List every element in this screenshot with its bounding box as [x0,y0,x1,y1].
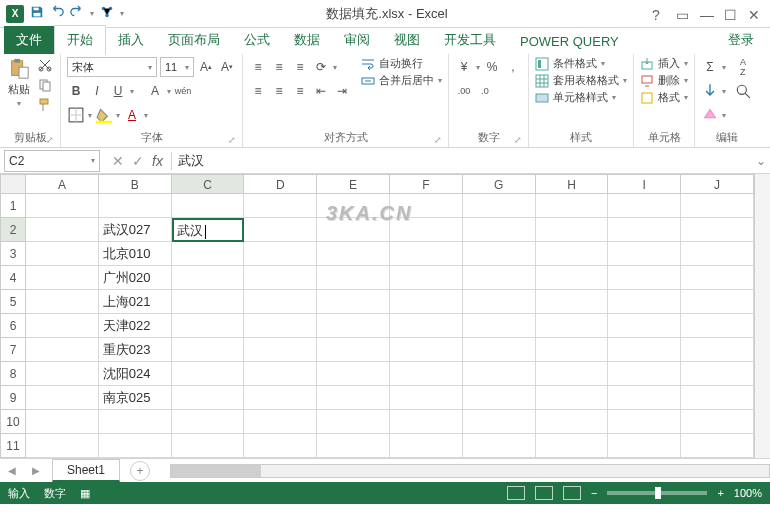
cell-B11[interactable] [99,434,172,458]
cell-F5[interactable] [390,290,463,314]
zoom-out-icon[interactable]: − [591,487,597,499]
cell-C4[interactable] [172,266,245,290]
tab-home[interactable]: 开始 [54,25,106,55]
cell-F2[interactable] [390,218,463,242]
cell-I3[interactable] [608,242,681,266]
delete-cells-button[interactable]: 删除▾ [640,73,688,88]
merge-center-button[interactable]: 合并后居中▾ [361,73,442,88]
cell-A8[interactable] [26,362,99,386]
cell-J7[interactable] [681,338,754,362]
format-painter-icon[interactable] [36,96,54,114]
percent-icon[interactable]: % [483,58,501,76]
cell-B8[interactable]: 沈阳024 [99,362,172,386]
cell-H10[interactable] [536,410,609,434]
tab-formulas[interactable]: 公式 [232,26,282,54]
sheet-nav-prev-icon[interactable]: ◀ [0,465,24,476]
cell-I1[interactable] [608,194,681,218]
cell-D3[interactable] [244,242,317,266]
row-header[interactable]: 8 [0,362,26,386]
fill-color-icon[interactable] [95,106,113,124]
sheet-nav-next-icon[interactable]: ▶ [24,465,48,476]
font-name-combo[interactable]: 宋体▾ [67,57,157,77]
page-break-view-icon[interactable] [563,486,581,500]
cell-G9[interactable] [463,386,536,410]
row-header[interactable]: 2 [0,218,26,242]
redo-icon[interactable] [70,5,84,22]
maximize-icon[interactable]: ☐ [724,7,738,21]
cell-I9[interactable] [608,386,681,410]
cell-G7[interactable] [463,338,536,362]
cell-A6[interactable] [26,314,99,338]
cell-J5[interactable] [681,290,754,314]
zoom-level[interactable]: 100% [734,487,762,499]
row-header[interactable]: 11 [0,434,26,458]
cell-G10[interactable] [463,410,536,434]
align-right-icon[interactable]: ≡ [291,82,309,100]
row-header[interactable]: 4 [0,266,26,290]
cell-A3[interactable] [26,242,99,266]
cell-B2[interactable]: 武汉027 [99,218,172,242]
cell-D7[interactable] [244,338,317,362]
row-header[interactable]: 5 [0,290,26,314]
row-header[interactable]: 10 [0,410,26,434]
cell-G6[interactable] [463,314,536,338]
dialog-launcher-icon[interactable]: ⤢ [46,135,54,145]
cell-H2[interactable] [536,218,609,242]
cell-B6[interactable]: 天津022 [99,314,172,338]
cell-H5[interactable] [536,290,609,314]
cell-E5[interactable] [317,290,390,314]
sheet-tab[interactable]: Sheet1 [52,459,120,482]
cell-D11[interactable] [244,434,317,458]
bold-button[interactable]: B [67,82,85,100]
align-middle-icon[interactable]: ≡ [270,58,288,76]
column-header[interactable]: H [536,174,609,194]
cell-H8[interactable] [536,362,609,386]
cell-F4[interactable] [390,266,463,290]
tab-insert[interactable]: 插入 [106,26,156,54]
close-icon[interactable]: ✕ [748,7,762,21]
cell-E1[interactable] [317,194,390,218]
cell-C11[interactable] [172,434,245,458]
cell-B1[interactable] [99,194,172,218]
cell-I10[interactable] [608,410,681,434]
cell-A9[interactable] [26,386,99,410]
cell-A1[interactable] [26,194,99,218]
cell-J9[interactable] [681,386,754,410]
tab-powerquery[interactable]: POWER QUERY [508,29,631,54]
phonetic-button[interactable]: wén [174,82,192,100]
font-color-icon[interactable]: A [123,106,141,124]
normal-view-icon[interactable] [507,486,525,500]
vertical-scrollbar[interactable] [754,174,770,458]
cell-J3[interactable] [681,242,754,266]
horizontal-scrollbar[interactable] [170,464,770,478]
cell-F8[interactable] [390,362,463,386]
currency-icon[interactable]: ¥ [455,58,473,76]
cell-H9[interactable] [536,386,609,410]
formula-bar[interactable]: 武汉 [171,152,752,170]
dialog-launcher-icon[interactable]: ⤢ [514,135,522,145]
cell-G4[interactable] [463,266,536,290]
cancel-edit-icon[interactable]: ✕ [112,153,124,169]
cell-C3[interactable] [172,242,245,266]
cell-F10[interactable] [390,410,463,434]
cell-D6[interactable] [244,314,317,338]
cell-I4[interactable] [608,266,681,290]
orientation-icon[interactable]: ⟳ [312,58,330,76]
cell-E10[interactable] [317,410,390,434]
sort-filter-icon[interactable]: AZ [734,58,752,76]
row-header[interactable]: 3 [0,242,26,266]
zoom-slider[interactable] [607,491,707,495]
cell-A4[interactable] [26,266,99,290]
grid[interactable]: 武汉027武汉北京010广州020上海021天津022重庆023沈阳024南京0… [26,194,754,458]
cell-B5[interactable]: 上海021 [99,290,172,314]
cell-G2[interactable] [463,218,536,242]
underline-button[interactable]: U [109,82,127,100]
name-box[interactable]: C2▾ [4,150,100,172]
column-header[interactable]: B [99,174,172,194]
format-cells-button[interactable]: 格式▾ [640,90,688,105]
cell-I11[interactable] [608,434,681,458]
borders-icon[interactable] [67,106,85,124]
paste-button[interactable]: 粘贴▾ [6,56,32,110]
fx-icon[interactable]: fx [152,153,163,169]
row-header[interactable]: 6 [0,314,26,338]
